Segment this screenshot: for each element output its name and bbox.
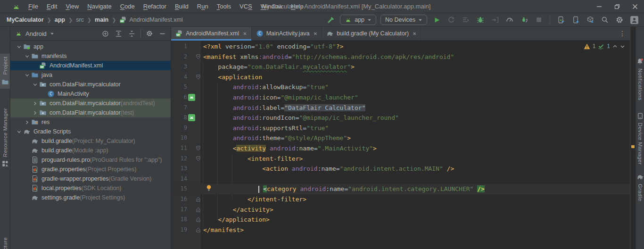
profiler-button[interactable] xyxy=(504,15,515,25)
code-line-19[interactable]: 19</manifest> xyxy=(171,225,630,235)
code-line-17[interactable]: 17 </activity> xyxy=(171,205,630,215)
tool-window-button-notifications[interactable]: Notifications xyxy=(636,55,644,103)
chevron-down-icon[interactable] xyxy=(31,83,39,87)
inspections-widget[interactable]: 1 1 xyxy=(584,43,625,50)
code-line-8[interactable]: 8 android:roundIcon="@mipmap/ic_launcher… xyxy=(171,113,630,123)
fold-marker-icon[interactable] xyxy=(196,146,201,151)
fold-marker-icon[interactable] xyxy=(196,227,201,232)
tool-window-button-resource-manager[interactable]: Resource Manager xyxy=(0,105,10,170)
tree-item[interactable]: com.DataFlair.mycalculator xyxy=(10,80,171,89)
build-project-button[interactable] xyxy=(325,15,336,25)
tree-item[interactable]: manifests xyxy=(10,51,171,61)
code-line-9[interactable]: 9 android:supportsRtl="true" xyxy=(171,123,630,133)
intention-bulb-icon[interactable] xyxy=(206,184,212,191)
apply-changes-button[interactable] xyxy=(446,15,456,25)
settings-button[interactable] xyxy=(614,15,625,25)
code-line-7[interactable]: 7 android:label="DataFlair Calculator" xyxy=(171,103,630,113)
rerun-debug-button[interactable] xyxy=(519,15,529,25)
close-button[interactable] xyxy=(626,0,644,13)
code-line-18[interactable]: 18 </application> xyxy=(171,215,630,225)
tree-item[interactable]: gradle.properties (Project Properties) xyxy=(10,165,171,174)
tree-item[interactable]: settings.gradle (Project Settings) xyxy=(10,193,171,202)
menu-view[interactable]: View xyxy=(61,3,83,10)
close-tab-icon[interactable]: ✕ xyxy=(314,31,317,36)
tree-item[interactable]: proguard-rules.pro (ProGuard Rules for "… xyxy=(10,155,171,165)
menu-file[interactable]: File xyxy=(24,3,42,10)
code-line-16[interactable]: 16 </intent-filter> xyxy=(171,194,630,205)
restore-button[interactable] xyxy=(608,0,626,13)
pair-devices-button[interactable] xyxy=(570,15,581,25)
breadcrumb-item[interactable]: src xyxy=(76,17,84,23)
chevron-down-icon[interactable] xyxy=(23,73,31,77)
fold-marker-icon[interactable] xyxy=(196,54,201,59)
fold-marker-icon[interactable] xyxy=(196,217,201,222)
menu-code[interactable]: Code xyxy=(116,3,139,10)
chevron-down-icon[interactable] xyxy=(50,32,54,36)
breadcrumb-item[interactable]: main xyxy=(95,17,108,23)
chevron-right-icon[interactable] xyxy=(31,101,39,106)
project-view-mode[interactable]: Android xyxy=(25,30,47,37)
code-editor[interactable]: 1<?xml version="1.0" encoding="utf-8"?>2… xyxy=(171,41,630,249)
tab-options-kebab-icon[interactable]: ⋮ xyxy=(615,27,630,40)
debug-button[interactable] xyxy=(475,15,486,25)
code-line-5[interactable]: 5 android:allowBackup="true" xyxy=(171,82,630,92)
fold-marker-icon[interactable] xyxy=(196,156,201,161)
warning-stripe-mark[interactable] xyxy=(631,145,635,148)
editor-tab[interactable]: build.gradle (My Calculator)✕ xyxy=(322,27,421,40)
breadcrumb-item[interactable]: app xyxy=(55,17,65,23)
code-line-11[interactable]: 11 <activity android:name=".MainActivity… xyxy=(171,143,630,154)
tool-window-button-device-manager[interactable]: Device Manager xyxy=(636,110,644,167)
close-tab-icon[interactable]: ✕ xyxy=(243,31,247,36)
panel-settings-icon[interactable] xyxy=(146,30,153,37)
code-line-4[interactable]: 4 <application xyxy=(171,72,630,83)
menu-tools[interactable]: Tools xyxy=(213,3,235,10)
minimize-button[interactable] xyxy=(590,0,608,13)
tree-item[interactable]: app xyxy=(10,42,171,51)
code-line-14[interactable]: 14 xyxy=(171,174,630,184)
tree-item[interactable]: build.gradle (Module :app) xyxy=(10,146,171,155)
menu-vcs[interactable]: VCS xyxy=(235,3,256,10)
search-everywhere-button[interactable] xyxy=(600,15,610,25)
tree-item[interactable]: build.gradle (Project: My_Calculator) xyxy=(10,136,171,146)
previous-issue-icon[interactable] xyxy=(612,44,618,49)
tool-window-button-structure[interactable]: Structure xyxy=(0,234,10,249)
breadcrumb-item[interactable]: AndroidManifest.xml xyxy=(129,17,182,23)
tool-window-button-project[interactable]: Project xyxy=(0,54,10,89)
code-line-1[interactable]: 1<?xml version="1.0" encoding="utf-8"?> xyxy=(171,42,630,52)
chevron-right-icon[interactable] xyxy=(31,111,39,115)
tree-item[interactable]: Gradle Scripts xyxy=(10,127,171,136)
hide-panel-icon[interactable] xyxy=(159,30,166,37)
fold-marker-icon[interactable] xyxy=(196,197,201,202)
chevron-down-icon[interactable] xyxy=(23,54,31,58)
run-button[interactable] xyxy=(431,15,442,25)
device-select[interactable]: No Devices xyxy=(380,15,427,25)
menu-run[interactable]: Run xyxy=(193,3,213,10)
device-manager-button[interactable] xyxy=(556,15,566,25)
chevron-down-icon[interactable] xyxy=(15,45,23,49)
collapse-all-icon[interactable] xyxy=(128,30,135,37)
profile-button[interactable] xyxy=(629,15,639,25)
sdk-manager-button[interactable] xyxy=(585,15,595,25)
code-line-12[interactable]: 12 <intent-filter> xyxy=(171,154,630,164)
attach-debugger-button[interactable] xyxy=(490,15,500,25)
chevron-right-icon[interactable] xyxy=(23,120,31,124)
code-line-13[interactable]: 13 <action android:name="android.intent.… xyxy=(171,164,630,174)
tree-item[interactable]: CMainActivity xyxy=(10,89,171,99)
error-stripe[interactable] xyxy=(630,27,636,249)
code-line-6[interactable]: 6 android:icon="@mipmap/ic_launcher" xyxy=(171,92,630,103)
tree-item[interactable]: java xyxy=(10,70,171,80)
fold-marker-icon[interactable] xyxy=(196,207,201,212)
menu-refactor[interactable]: Refactor xyxy=(139,3,171,10)
close-tab-icon[interactable]: ✕ xyxy=(413,31,416,36)
code-line-10[interactable]: 10 android:theme="@style/AppTheme"> xyxy=(171,133,630,143)
fold-marker-icon[interactable] xyxy=(196,75,201,80)
editor-tab[interactable]: MFAndroidManifest.xml✕ xyxy=(171,27,252,40)
tree-item[interactable]: res xyxy=(10,117,171,127)
apply-code-changes-button[interactable] xyxy=(461,15,471,25)
chevron-down-icon[interactable] xyxy=(15,130,23,134)
code-line-15[interactable]: 15 <category android:name="android.inten… xyxy=(171,184,630,194)
tree-item[interactable]: gradle-wrapper.properties (Gradle Versio… xyxy=(10,174,171,183)
expand-all-icon[interactable] xyxy=(115,30,122,37)
tree-item[interactable]: local.properties (SDK Location) xyxy=(10,183,171,193)
code-line-3[interactable]: 3 package="com.DataFlair.mycalculator"> xyxy=(171,62,630,72)
